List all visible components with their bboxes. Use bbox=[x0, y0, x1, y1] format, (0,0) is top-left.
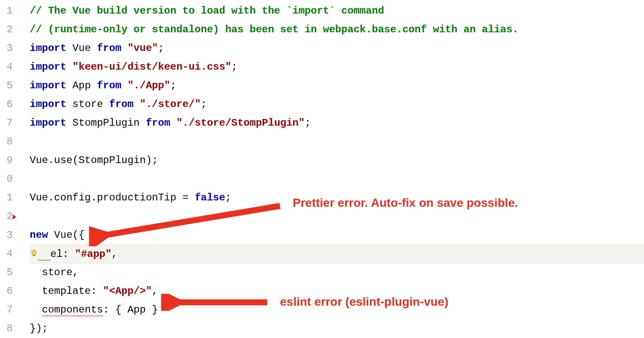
line-number: 4 bbox=[0, 245, 13, 263]
line-number: 7 bbox=[0, 114, 13, 132]
line-number: 3 bbox=[0, 39, 13, 58]
annotation-eslint: eslint error (eslint-plugin-vue) bbox=[280, 295, 448, 309]
line-number: 3 bbox=[0, 226, 13, 245]
code-line[interactable]: import App from "./App"; bbox=[30, 76, 644, 95]
code-editor[interactable]: 1 2 3 4 5 6 7 8 9 0 1 2 3 4 5 6 7 8 // T… bbox=[0, 0, 644, 338]
line-number: 7 bbox=[0, 301, 13, 319]
line-number: 8 bbox=[0, 319, 13, 338]
code-line[interactable]: import store from "./store/"; bbox=[30, 95, 644, 114]
code-line[interactable]: // (runtime-only or standalone) has been… bbox=[30, 20, 644, 39]
line-number: 2 bbox=[0, 207, 13, 226]
svg-line-2 bbox=[102, 206, 280, 236]
annotation-arrow bbox=[89, 200, 284, 246]
code-line[interactable]: import "keen-ui/dist/keen-ui.css"; bbox=[30, 58, 644, 76]
fold-marker-icon[interactable] bbox=[13, 214, 16, 220]
line-number: 5 bbox=[0, 76, 13, 95]
annotation-arrow bbox=[161, 294, 272, 311]
line-number: 6 bbox=[0, 282, 13, 301]
line-number: 5 bbox=[0, 263, 13, 282]
line-number: 8 bbox=[0, 132, 13, 151]
line-number-gutter: 1 2 3 4 5 6 7 8 9 0 1 2 3 4 5 6 7 8 bbox=[0, 0, 17, 338]
svg-rect-1 bbox=[33, 255, 35, 256]
error-squiggle: components bbox=[42, 304, 103, 316]
line-number: 2 bbox=[0, 20, 13, 39]
line-number: 6 bbox=[0, 95, 13, 114]
code-line[interactable] bbox=[30, 170, 644, 189]
code-line[interactable]: import StompPlugin from "./store/StompPl… bbox=[30, 114, 644, 132]
code-line[interactable]: Vue.use(StompPlugin); bbox=[30, 151, 644, 170]
line-number: 1 bbox=[0, 2, 13, 20]
annotation-prettier: Prettier error. Auto-fix on save possibl… bbox=[293, 196, 518, 210]
code-line-current[interactable]: el: "#app", bbox=[30, 245, 644, 263]
error-squiggle bbox=[38, 248, 50, 261]
lightbulb-icon[interactable] bbox=[30, 249, 38, 258]
code-content[interactable]: // The Vue build version to load with th… bbox=[17, 0, 644, 338]
code-line[interactable]: store, bbox=[30, 263, 644, 282]
line-number: 1 bbox=[0, 189, 13, 207]
line-number: 0 bbox=[0, 170, 13, 189]
code-line[interactable]: // The Vue build version to load with th… bbox=[30, 2, 644, 20]
code-line[interactable]: }); bbox=[30, 319, 644, 338]
line-number: 4 bbox=[0, 58, 13, 76]
code-line[interactable]: import Vue from "vue"; bbox=[30, 39, 644, 58]
code-line[interactable] bbox=[30, 132, 644, 151]
line-number: 9 bbox=[0, 151, 13, 170]
